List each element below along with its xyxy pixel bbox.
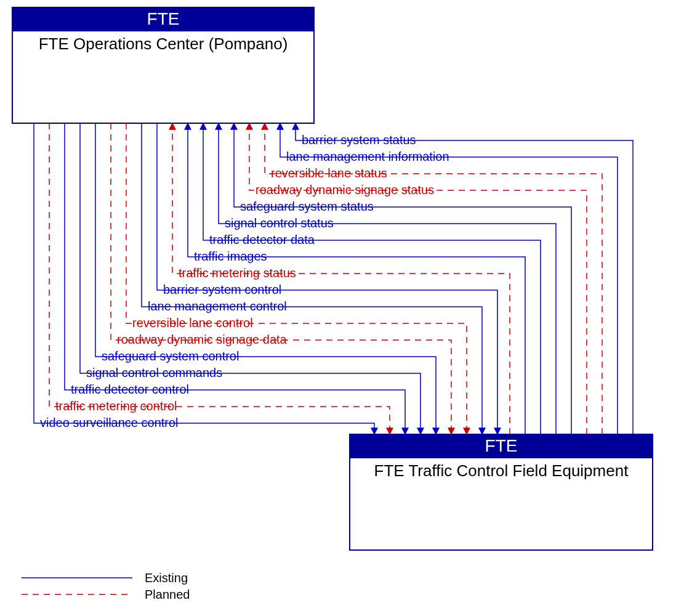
flow-label: traffic images [194, 249, 267, 263]
legend-existing-label: Existing [145, 571, 188, 585]
flow-label: roadway dynamic signage status [256, 183, 434, 197]
flow-label: roadway dynamic signage data [117, 333, 288, 346]
flow-label: signal control commands [86, 366, 222, 379]
flow-label: safeguard system status [240, 200, 374, 213]
flow-label: safeguard system control [102, 349, 239, 363]
legend-planned-label: Planned [145, 588, 190, 601]
flow-label: barrier system status [302, 133, 416, 147]
flow-label: lane management information [286, 150, 449, 163]
node-top-header: FTE [147, 9, 180, 28]
flow-label: reversible lane status [271, 166, 387, 180]
node-bottom-header: FTE [485, 436, 518, 455]
node-top: FTE FTE Operations Center (Pompano) [12, 7, 314, 123]
node-bottom: FTE FTE Traffic Control Field Equipment [350, 434, 653, 550]
node-top-body: FTE Operations Center (Pompano) [39, 34, 288, 53]
flow-label: reversible lane control [132, 316, 253, 330]
architecture-flow-diagram: FTE FTE Operations Center (Pompano) FTE … [0, 0, 676, 616]
flow-label: traffic detector data [209, 233, 315, 246]
flow-label: lane management control [148, 299, 287, 313]
flow-label: traffic metering control [55, 399, 177, 413]
flows: barrier system statuslane management inf… [34, 123, 633, 434]
legend: Existing Planned [22, 571, 190, 601]
flow-label: traffic detector control [71, 383, 189, 396]
flow-label: barrier system control [163, 283, 281, 296]
node-bottom-body: FTE Traffic Control Field Equipment [374, 461, 629, 480]
flow-label: traffic metering status [179, 266, 296, 280]
flow-label: signal control status [225, 216, 334, 230]
flow-label: video surveillance control [40, 416, 179, 429]
